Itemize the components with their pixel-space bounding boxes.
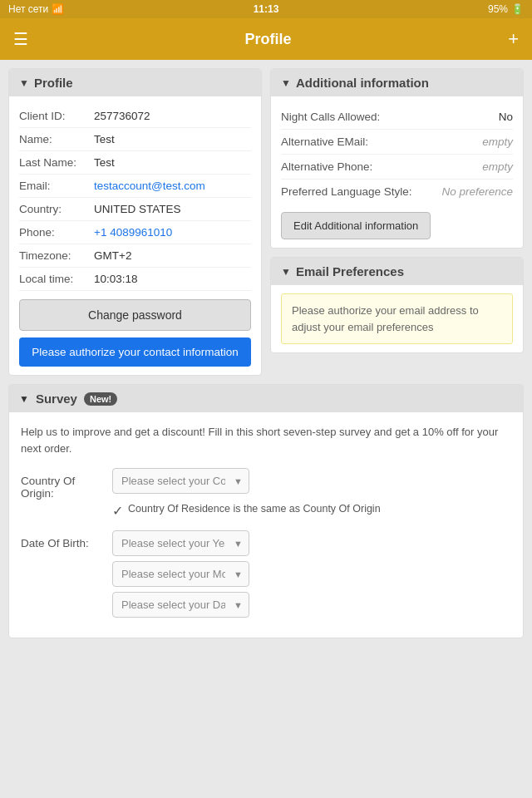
client-id-label: Client ID: <box>19 110 94 122</box>
country-value: UNITED STATES <box>94 203 181 215</box>
status-battery: 95% 🔋 <box>488 3 524 15</box>
profile-card-header: ▼ Profile <box>9 69 261 96</box>
name-label: Name: <box>19 133 94 145</box>
table-row: Email: testaccount@test.com <box>19 175 251 198</box>
country-of-origin-label: Country Of Origin: <box>21 468 104 500</box>
email-label: Email: <box>19 180 94 192</box>
table-row: Local time: 10:03:18 <box>19 268 251 291</box>
timezone-value: GMT+2 <box>94 249 131 262</box>
email-value[interactable]: testaccount@test.com <box>94 180 205 192</box>
date-of-birth-row: Date Of Birth: Please select your Year ▼… <box>21 530 511 618</box>
country-of-origin-select[interactable]: Please select your Count <box>112 468 249 494</box>
lang-style-label: Preferred Language Style: <box>281 185 412 198</box>
night-calls-value: No <box>499 111 513 123</box>
table-row: Phone: +1 4089961010 <box>19 221 251 244</box>
night-calls-label: Night Calls Allowed: <box>281 111 380 123</box>
alt-email-label: Alternative EMail: <box>281 135 368 148</box>
client-id-value: 257736072 <box>94 110 150 122</box>
residence-checkbox-row: ✓ Country Of Residence is the same as Co… <box>112 502 511 519</box>
timezone-label: Timezone: <box>19 249 94 262</box>
status-bar: Нет сети 📶 11:13 95% 🔋 <box>0 0 532 18</box>
table-row: Last Name: Test <box>19 151 251 175</box>
table-row: Timezone: GMT+2 <box>19 244 251 268</box>
country-of-origin-controls: Please select your Count ▼ ✓ Country Of … <box>112 468 511 519</box>
right-column: ▼ Additional information Night Calls All… <box>270 68 524 376</box>
phone-label: Phone: <box>19 226 94 239</box>
network-label: Нет сети <box>8 3 48 15</box>
table-row: Preferred Language Style: No preference <box>281 180 513 204</box>
alt-email-value: empty <box>482 135 513 148</box>
edit-additional-info-button[interactable]: Edit Additional information <box>281 212 431 239</box>
battery-icon: 🔋 <box>511 3 524 15</box>
table-row: Alternative EMail: empty <box>281 130 513 155</box>
month-select[interactable]: Please select your Month <box>112 561 249 587</box>
lastname-label: Last Name: <box>19 156 94 169</box>
email-preferences-card: ▼ Email Preferences Please authorize you… <box>270 257 524 353</box>
menu-icon[interactable]: ☰ <box>13 31 28 47</box>
page-title: Profile <box>245 31 292 48</box>
survey-chevron-icon: ▼ <box>19 393 29 405</box>
day-select[interactable]: Please select your Day <box>112 592 249 618</box>
alt-phone-label: Alternative Phone: <box>281 160 372 173</box>
lastname-value: Test <box>94 156 115 169</box>
header: ☰ Profile + <box>0 18 532 60</box>
survey-header: ▼ Survey New! <box>9 385 523 412</box>
table-row: Client ID: 257736072 <box>19 105 251 128</box>
localtime-label: Local time: <box>19 273 94 285</box>
top-row: ▼ Profile Client ID: 257736072 Name: Tes… <box>8 68 524 376</box>
additional-info-chevron-icon: ▼ <box>281 77 291 89</box>
alt-phone-value: empty <box>482 160 513 173</box>
additional-info-header: ▼ Additional information <box>271 69 523 96</box>
name-value: Test <box>94 133 115 145</box>
day-select-wrapper: Please select your Day ▼ <box>112 592 249 618</box>
profile-card-title: Profile <box>34 76 73 90</box>
localtime-value: 10:03:18 <box>94 273 138 285</box>
status-network: Нет сети 📶 <box>8 3 64 15</box>
authorize-button[interactable]: Please authorize your contact informatio… <box>19 337 251 367</box>
month-select-wrapper: Please select your Month ▼ <box>112 561 249 587</box>
add-icon[interactable]: + <box>508 30 519 48</box>
country-label: Country: <box>19 203 94 215</box>
country-select-wrapper: Please select your Count ▼ <box>112 468 249 494</box>
profile-card: ▼ Profile Client ID: 257736072 Name: Tes… <box>8 68 262 376</box>
phone-value[interactable]: +1 4089961010 <box>94 226 172 239</box>
residence-checkbox-label: Country Of Residence is the same as Coun… <box>128 502 381 517</box>
profile-card-body: Client ID: 257736072 Name: Test Last Nam… <box>9 96 261 375</box>
date-of-birth-controls: Please select your Year ▼ Please select … <box>112 530 511 618</box>
wifi-icon: 📶 <box>52 3 64 15</box>
residence-checkmark-icon: ✓ <box>112 503 123 519</box>
table-row: Name: Test <box>19 128 251 151</box>
email-preferences-chevron-icon: ▼ <box>281 266 291 278</box>
year-select-wrapper: Please select your Year ▼ <box>112 530 249 556</box>
additional-info-body: Night Calls Allowed: No Alternative EMai… <box>271 96 523 248</box>
country-of-origin-row: Country Of Origin: Please select your Co… <box>21 468 511 519</box>
survey-title: Survey <box>36 392 77 406</box>
email-preferences-title: Email Preferences <box>296 264 404 278</box>
additional-info-title: Additional information <box>296 76 429 90</box>
profile-column: ▼ Profile Client ID: 257736072 Name: Tes… <box>8 68 262 376</box>
table-row: Alternative Phone: empty <box>281 155 513 180</box>
table-row: Night Calls Allowed: No <box>281 105 513 130</box>
survey-new-badge: New! <box>84 392 117 406</box>
survey-description: Help us to improve and get a discount! F… <box>21 424 511 456</box>
email-preferences-body: Please authorize your email address to a… <box>271 285 523 352</box>
lang-style-value: No preference <box>441 185 513 198</box>
table-row: Country: UNITED STATES <box>19 198 251 221</box>
date-of-birth-label: Date Of Birth: <box>21 530 104 549</box>
email-preferences-note: Please authorize your email address to a… <box>281 293 513 344</box>
change-password-button[interactable]: Change password <box>19 299 251 331</box>
status-time: 11:13 <box>254 3 279 15</box>
profile-chevron-icon: ▼ <box>19 77 29 89</box>
additional-info-card: ▼ Additional information Night Calls All… <box>270 68 524 249</box>
survey-body: Help us to improve and get a discount! F… <box>9 412 523 638</box>
main-content: ▼ Profile Client ID: 257736072 Name: Tes… <box>0 60 532 647</box>
email-preferences-header: ▼ Email Preferences <box>271 258 523 285</box>
year-select[interactable]: Please select your Year <box>112 530 249 556</box>
survey-card: ▼ Survey New! Help us to improve and get… <box>8 384 524 638</box>
battery-label: 95% <box>488 3 508 15</box>
